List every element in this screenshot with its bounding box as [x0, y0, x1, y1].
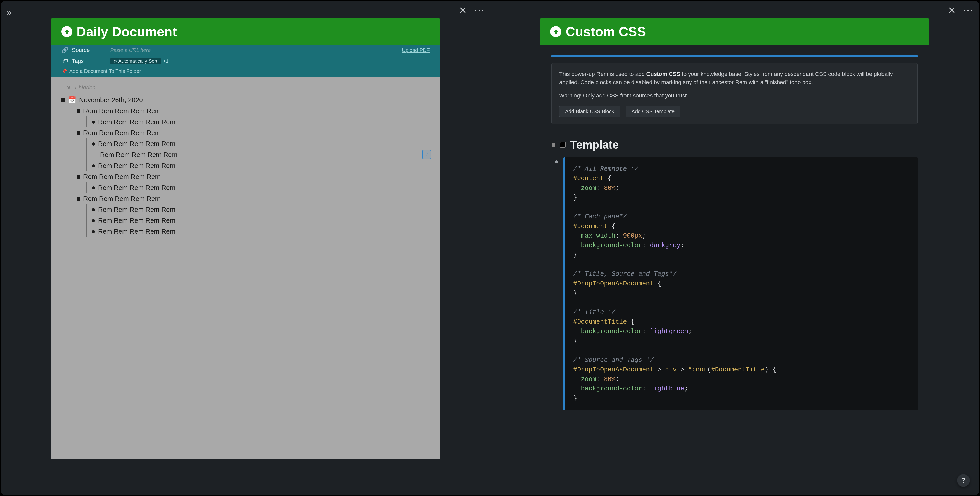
hidden-count-label: 1 hidden — [74, 84, 95, 91]
outline-text: Rem Rem Rem Rem Rem — [98, 118, 175, 126]
document-meta: 🔗 Source Paste a URL here Upload PDF 🏷 T… — [51, 45, 440, 77]
document-title: Daily Document — [76, 24, 177, 39]
right-pane-toolbar: ✕ ⋯ — [948, 6, 973, 15]
bullet-square-icon — [61, 98, 65, 102]
gear-icon: ⚙ — [113, 59, 117, 64]
outline-item[interactable]: Rem Rem Rem Rem Rem — [76, 193, 430, 204]
date-heading-item[interactable]: 📅 November 26th, 2020 — [61, 95, 430, 106]
bullet-circle-icon — [92, 186, 95, 189]
outline-text: Rem Rem Rem Rem Rem — [83, 107, 161, 115]
todo-checkbox[interactable] — [560, 142, 566, 147]
more-icon[interactable]: ⋯ — [963, 6, 973, 15]
bullet-circle-icon — [92, 120, 95, 124]
bullet-square-icon — [76, 131, 80, 135]
outline-text: Rem Rem Rem Rem Rem — [100, 151, 177, 159]
bullet-circle-icon — [92, 165, 95, 168]
outline-item[interactable]: Rem Rem Rem Rem Rem — [92, 204, 430, 215]
code-gutter — [555, 157, 558, 410]
outline-text: Rem Rem Rem Rem Rem — [83, 129, 161, 137]
tags-row: 🏷 Tags ⚙ Automatically Sort +1 — [51, 56, 440, 67]
right-pane: ✕ ⋯ Custom CSS This power-up Rem is used… — [490, 1, 979, 495]
info-panel-buttons: Add Blank CSS Block Add CSS Template — [559, 106, 910, 117]
close-pane-icon[interactable]: ✕ — [948, 6, 956, 15]
tags-extra-count[interactable]: +1 — [163, 59, 169, 64]
close-pane-icon[interactable]: ✕ — [459, 6, 467, 15]
template-heading: Template — [570, 138, 619, 151]
source-row: 🔗 Source Paste a URL here Upload PDF — [51, 45, 440, 56]
hidden-count[interactable]: 👁 1 hidden — [66, 84, 430, 91]
outline-children: Rem Rem Rem Rem RemRem Rem Rem Rem Rem⤴R… — [86, 138, 430, 171]
outline-text: Rem Rem Rem Rem Rem — [98, 206, 175, 214]
outline-item[interactable]: Rem Rem Rem Rem Rem — [92, 160, 430, 171]
outline-children: Rem Rem Rem Rem Rem — [86, 182, 430, 193]
left-pane-toolbar: ✕ ⋯ — [459, 6, 484, 15]
left-document: Daily Document 🔗 Source Paste a URL here… — [51, 18, 440, 459]
outline-item[interactable]: Rem Rem Rem Rem Rem — [92, 215, 430, 226]
outline-text: Rem Rem Rem Rem Rem — [83, 195, 161, 203]
outline-item[interactable]: Rem Rem Rem Rem Rem — [92, 116, 430, 127]
arrow-up-circle-icon[interactable] — [550, 26, 562, 37]
bullet-circle-icon — [92, 208, 95, 211]
outline-children: Rem Rem Rem Rem RemRem Rem Rem Rem RemRe… — [86, 204, 430, 237]
code-block-wrap: /* All Remnote */ #content { zoom: 80%; … — [555, 157, 918, 410]
outline-item[interactable]: Rem Rem Rem Rem Rem — [76, 106, 430, 116]
eye-off-icon: 👁 — [66, 84, 72, 91]
outline-item[interactable]: Rem Rem Rem Rem Rem⤴ — [97, 149, 430, 160]
app-frame: » ? ✕ ⋯ Daily Document 🔗 Source — [1, 1, 979, 495]
bullet-circle-icon — [92, 143, 95, 146]
info-text: This power-up Rem is used to add Custom … — [559, 70, 910, 86]
link-icon: 🔗 — [61, 47, 69, 54]
auto-sort-tag[interactable]: ⚙ Automatically Sort — [110, 58, 161, 65]
accent-bar — [551, 55, 918, 57]
calendar-icon: 📅 — [68, 96, 76, 104]
outline-text: Rem Rem Rem Rem Rem — [98, 140, 175, 148]
pin-icon: 📌 — [61, 68, 67, 74]
outline-item[interactable]: Rem Rem Rem Rem Rem — [92, 226, 430, 237]
outline-children: Rem Rem Rem Rem RemRem Rem Rem Rem RemRe… — [71, 106, 430, 237]
tags-label: Tags — [72, 58, 110, 65]
bullet-square-icon — [76, 197, 80, 201]
bullet-circle-icon — [555, 160, 558, 163]
outline-text: Rem Rem Rem Rem Rem — [98, 162, 175, 170]
outline-text: Rem Rem Rem Rem Rem — [83, 173, 161, 181]
arrow-up-circle-icon[interactable] — [61, 26, 73, 37]
right-document: Custom CSS This power-up Rem is used to … — [540, 18, 929, 461]
bullet-square-icon — [76, 109, 80, 113]
source-input[interactable]: Paste a URL here — [110, 48, 402, 53]
panes-container: ✕ ⋯ Daily Document 🔗 Source Paste a URL … — [1, 1, 979, 495]
bullet-square-icon — [76, 175, 80, 179]
document-body[interactable]: 👁 1 hidden 📅 November 26th, 2020 Rem Rem… — [51, 77, 440, 459]
document-title-bar: Daily Document — [51, 18, 440, 45]
upload-pdf-link[interactable]: Upload PDF — [402, 48, 430, 53]
add-document-row[interactable]: 📌 Add a Document To This Folder — [51, 67, 440, 77]
outline-text: Rem Rem Rem Rem Rem — [98, 217, 175, 225]
bullet-square-icon — [552, 143, 555, 147]
outline: 📅 November 26th, 2020 Rem Rem Rem Rem Re… — [61, 95, 430, 237]
outline-text: Rem Rem Rem Rem Rem — [98, 184, 175, 192]
bullet-circle-icon — [92, 219, 95, 222]
source-label: Source — [72, 47, 110, 54]
outline-item[interactable]: Rem Rem Rem Rem Rem — [92, 138, 430, 149]
template-section-head[interactable]: Template — [552, 138, 918, 151]
outline-text: Rem Rem Rem Rem Rem — [98, 228, 175, 236]
add-css-template-button[interactable]: Add CSS Template — [626, 106, 681, 117]
date-heading: November 26th, 2020 — [79, 96, 143, 104]
outline-children: Rem Rem Rem Rem Rem — [86, 116, 430, 127]
document-title-bar: Custom CSS — [540, 18, 929, 45]
info-panel: This power-up Rem is used to add Custom … — [551, 63, 918, 124]
outline-item[interactable]: Rem Rem Rem Rem Rem — [76, 127, 430, 138]
bullet-circle-icon — [92, 230, 95, 233]
info-warning: Warning! Only add CSS from sources that … — [559, 92, 910, 100]
auto-sort-label: Automatically Sort — [118, 59, 158, 64]
css-code-block[interactable]: /* All Remnote */ #content { zoom: 80%; … — [563, 157, 918, 410]
document-title: Custom CSS — [566, 24, 646, 39]
outline-item[interactable]: Rem Rem Rem Rem Rem — [92, 182, 430, 193]
right-document-body[interactable]: This power-up Rem is used to add Custom … — [540, 45, 929, 461]
outline-item[interactable]: Rem Rem Rem Rem Rem — [76, 171, 430, 182]
more-icon[interactable]: ⋯ — [474, 6, 484, 15]
sidebar-toggle[interactable]: » — [6, 7, 11, 18]
add-document-label: Add a Document To This Folder — [69, 68, 141, 74]
text-caret — [97, 152, 97, 158]
user-cursor-indicator: ⤴ — [422, 150, 431, 159]
add-blank-css-button[interactable]: Add Blank CSS Block — [559, 106, 620, 117]
